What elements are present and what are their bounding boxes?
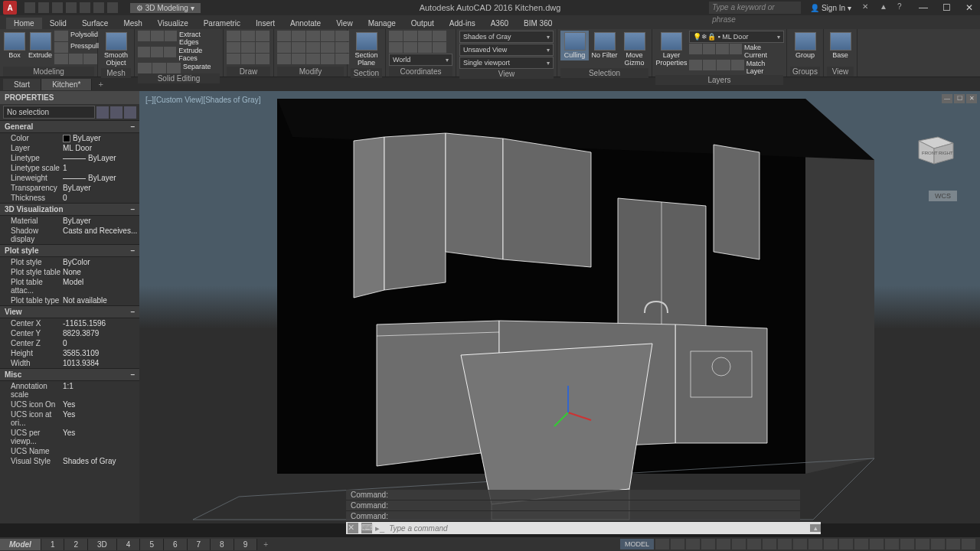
intersect-button[interactable] — [138, 47, 150, 57]
prop-ptattach-value[interactable]: Model — [63, 278, 139, 295]
ribbon-tab-parametric[interactable]: Parametric — [196, 18, 248, 29]
rotate-button[interactable] — [292, 31, 305, 41]
workspace-dropdown[interactable]: ⚙ 3D Modeling ▾ — [130, 3, 201, 13]
mirror-button[interactable] — [292, 42, 305, 53]
polysolid-button[interactable] — [54, 31, 68, 41]
prop-height-value[interactable]: 3585.3109 — [63, 349, 139, 357]
group-3dvis[interactable]: 3D Visualization– — [0, 203, 139, 216]
panel-coords-label[interactable]: Coordinates — [389, 67, 452, 77]
layout-tab[interactable]: 9 — [234, 539, 258, 550]
prop-thickness-value[interactable]: 0 — [63, 194, 139, 202]
viewport[interactable]: [–][Custom View][Shades of Gray] — ☐ ✕ — [139, 91, 980, 523]
erase-button[interactable] — [321, 31, 335, 41]
ribbon-tab-insert[interactable]: Insert — [248, 18, 283, 29]
fillet-button[interactable] — [306, 42, 320, 53]
ucs-x-button[interactable] — [403, 31, 417, 41]
select-objects-icon[interactable] — [110, 106, 122, 119]
layout-tab[interactable]: 5 — [140, 539, 164, 550]
prop-color-value[interactable]: ByLayer — [63, 134, 139, 142]
layer-iso-button[interactable] — [689, 60, 702, 70]
panel-section-label[interactable]: Section — [351, 68, 382, 78]
offset-edge-button[interactable] — [138, 63, 152, 73]
prop-transparency-value[interactable]: ByLayer — [63, 184, 139, 192]
ucs-button[interactable] — [389, 31, 403, 41]
prop-ucsname-value[interactable] — [63, 447, 139, 455]
layer-unlock-button[interactable] — [717, 60, 730, 70]
a360-icon[interactable]: ▲ — [880, 2, 892, 15]
fillet-edge-button[interactable] — [152, 63, 166, 73]
extrude-faces-button[interactable] — [164, 47, 176, 57]
smooth-object-button[interactable]: Smooth Object — [101, 31, 131, 68]
status-transparency-icon[interactable] — [793, 539, 807, 549]
cmd-recent-icon[interactable]: ▴ — [810, 524, 821, 532]
prop-plotstyle-value[interactable]: ByColor — [63, 258, 139, 266]
view-dropdown[interactable]: Unsaved View — [459, 44, 554, 56]
doctab-start[interactable]: Start — [3, 79, 41, 90]
culling-button[interactable]: Culling — [560, 31, 589, 60]
base-view-button[interactable]: Base — [827, 31, 854, 60]
group-misc[interactable]: Misc– — [0, 368, 139, 381]
close-button[interactable]: ✕ — [959, 0, 980, 15]
help-search-input[interactable]: Type a keyword or phrase — [709, 2, 801, 14]
slice-button[interactable] — [151, 47, 163, 57]
prop-linetype-value[interactable]: ByLayer — [63, 154, 139, 162]
prop-annoscale-value[interactable]: 1:1 — [63, 382, 139, 399]
panel-modeling-label[interactable]: Modeling — [3, 67, 94, 77]
layer-properties-button[interactable]: Layer Properties — [655, 31, 688, 68]
arc-button[interactable] — [227, 42, 240, 53]
ribbon-tab-solid[interactable]: Solid — [42, 18, 74, 29]
group-view[interactable]: View– — [0, 305, 139, 318]
prop-centerz-value[interactable]: 0 — [63, 339, 139, 347]
group-general[interactable]: General– — [0, 120, 139, 133]
prop-pstable-value[interactable]: None — [63, 268, 139, 276]
app-logo-icon[interactable]: A — [3, 1, 17, 15]
ucs-z-button[interactable] — [433, 31, 446, 41]
trim-button[interactable] — [306, 31, 320, 41]
qat-plot-icon[interactable] — [80, 2, 90, 13]
layout-tab[interactable]: 8 — [211, 539, 234, 550]
quick-select-icon[interactable] — [96, 106, 109, 119]
point-button[interactable] — [256, 54, 270, 64]
ribbon-tab-home[interactable]: Home — [6, 18, 42, 29]
visual-style-dropdown[interactable]: Shades of Gray — [459, 31, 554, 43]
prop-centerx-value[interactable]: -11615.1596 — [63, 319, 139, 328]
qat-redo-icon[interactable] — [107, 2, 118, 13]
panel-mesh-label[interactable]: Mesh — [101, 68, 131, 78]
wcs-indicator[interactable]: WCS — [929, 191, 957, 201]
status-3dosnap-icon[interactable] — [732, 539, 746, 549]
ribbon-tab-a360[interactable]: A360 — [483, 18, 516, 29]
ribbon-tab-mesh[interactable]: Mesh — [116, 18, 149, 29]
status-grid-icon[interactable] — [655, 539, 669, 549]
line-button[interactable] — [227, 31, 240, 41]
ucs-y-button[interactable] — [418, 31, 432, 41]
ucs-origin-button[interactable] — [418, 42, 432, 53]
exchange-icon[interactable]: ✕ — [862, 2, 874, 15]
ucs-obj-button[interactable] — [433, 42, 446, 53]
qat-open-icon[interactable] — [38, 2, 49, 13]
layout-tab[interactable]: 2 — [64, 539, 88, 550]
selection-dropdown[interactable]: No selection — [3, 106, 95, 119]
group-button[interactable]: Group — [790, 31, 820, 60]
status-workspace-icon[interactable] — [839, 539, 853, 549]
prop-lineweight-value[interactable]: ByLayer — [63, 174, 139, 182]
cmd-close-icon[interactable]: ✕ — [348, 523, 358, 533]
scale-button[interactable] — [292, 54, 305, 64]
status-osnap-icon[interactable] — [717, 539, 730, 549]
move-gizmo-button[interactable]: Move Gizmo — [620, 31, 648, 68]
cmd-customize-icon[interactable]: ⌨ — [361, 523, 372, 533]
prop-ucsorigin-value[interactable]: Yes — [63, 410, 139, 427]
layout-tab[interactable]: 1 — [41, 539, 65, 550]
panel-modify-label[interactable]: Modify — [277, 67, 344, 77]
group-plot[interactable]: Plot style– — [0, 244, 139, 257]
prop-ltscale-value[interactable]: 1 — [63, 164, 139, 172]
layer-freeze-button[interactable] — [703, 44, 716, 54]
layer-lock-button[interactable] — [716, 44, 729, 54]
status-units-icon[interactable] — [870, 539, 884, 549]
doctab-kitchen[interactable]: Kitchen* — [41, 79, 92, 90]
ribbon-tab-addins[interactable]: Add-ins — [442, 18, 483, 29]
status-isolate-icon[interactable] — [916, 539, 929, 549]
layout-tab-model[interactable]: Model — [0, 539, 41, 550]
copy-button[interactable] — [277, 42, 291, 53]
prop-layer-value[interactable]: ML Door — [63, 144, 139, 152]
status-lineweight-icon[interactable] — [778, 539, 792, 549]
